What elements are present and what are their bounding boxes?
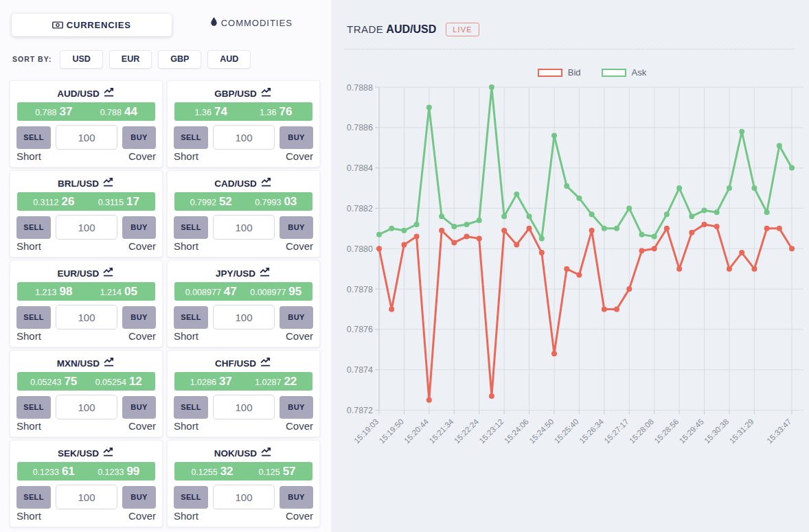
cover-label[interactable]: Cover <box>286 150 313 162</box>
short-label[interactable]: Short <box>16 240 41 252</box>
amount-input[interactable] <box>213 485 275 509</box>
sell-button[interactable]: SELL <box>174 486 208 509</box>
short-label[interactable]: Short <box>16 150 41 162</box>
legend-label: Bid <box>568 67 581 78</box>
buy-button[interactable]: BUY <box>122 486 156 509</box>
pair-title[interactable]: GBP/USD <box>168 86 319 100</box>
sort-button-gbp[interactable]: GBP <box>158 50 201 69</box>
price-chart: 0.78880.78860.78840.78820.78800.78780.78… <box>333 79 809 491</box>
ask-price: 1.21405 <box>100 285 137 299</box>
currency-card: AUD/USD0.788370.78844SELLBUYShortCover <box>10 80 163 167</box>
pair-title[interactable]: MXN/USD <box>10 356 162 370</box>
chart-header: TRADEAUD/USD LIVE <box>347 23 479 36</box>
amount-input[interactable] <box>213 215 275 240</box>
separator <box>345 49 795 49</box>
tab-currencies[interactable]: CURRENCIES <box>12 14 172 36</box>
pair-title[interactable]: EUR/USD <box>10 266 162 280</box>
price-bar: 0.7992520.799303 <box>174 192 312 211</box>
svg-text:15:22:24: 15:22:24 <box>453 417 481 446</box>
droplet-icon <box>210 16 218 29</box>
short-cover-row: ShortCover <box>174 150 313 162</box>
svg-text:15:27:17: 15:27:17 <box>603 417 630 445</box>
sell-button[interactable]: SELL <box>174 306 208 329</box>
pair-label: CAD/USD <box>214 178 257 189</box>
svg-text:15:28:08: 15:28:08 <box>628 417 655 445</box>
amount-input[interactable] <box>213 305 275 329</box>
pair-label: JPY/USD <box>216 268 255 279</box>
cover-label[interactable]: Cover <box>286 510 313 522</box>
buy-button[interactable]: BUY <box>122 216 156 239</box>
buy-button[interactable]: BUY <box>122 396 156 419</box>
buy-button[interactable]: BUY <box>280 486 313 509</box>
buy-button[interactable]: BUY <box>280 126 313 149</box>
pair-title[interactable]: AUD/USD <box>10 86 162 100</box>
amount-input[interactable] <box>56 395 117 419</box>
amount-input[interactable] <box>56 215 117 240</box>
pair-title[interactable]: SEK/USD <box>10 446 162 460</box>
short-label[interactable]: Short <box>16 330 41 342</box>
pair-title[interactable]: JPY/USD <box>168 266 319 280</box>
amount-input[interactable] <box>213 395 275 419</box>
cover-label[interactable]: Cover <box>128 330 156 342</box>
amount-input[interactable] <box>56 305 117 329</box>
pair-title[interactable]: NOK/USD <box>168 446 319 460</box>
sort-button-eur[interactable]: EUR <box>109 50 152 69</box>
pair-title[interactable]: BRL/USD <box>10 176 162 190</box>
legend-item-bid[interactable]: Bid <box>538 67 581 78</box>
sort-buttons: USDEURGBPAUD <box>60 50 257 69</box>
sell-button[interactable]: SELL <box>174 396 208 419</box>
cover-label[interactable]: Cover <box>286 240 313 252</box>
sell-button[interactable]: SELL <box>16 396 51 419</box>
price-bar: 1.36741.3676 <box>174 102 312 121</box>
cover-label[interactable]: Cover <box>286 420 313 432</box>
legend-swatch <box>538 69 562 77</box>
pair-title[interactable]: CHF/USD <box>168 356 319 370</box>
buy-button[interactable]: BUY <box>280 216 313 239</box>
sort-row: SORT BY: USDEURGBPAUD <box>12 49 328 69</box>
ask-price: 1.3676 <box>260 105 292 119</box>
ask-price: 0.00897795 <box>250 285 301 299</box>
sell-button[interactable]: SELL <box>174 216 208 239</box>
sell-button[interactable]: SELL <box>174 126 208 149</box>
short-label[interactable]: Short <box>174 330 198 342</box>
sort-button-aud[interactable]: AUD <box>207 50 251 69</box>
short-cover-row: ShortCover <box>174 240 313 252</box>
chart-line-icon <box>261 447 273 459</box>
cover-label[interactable]: Cover <box>128 510 156 522</box>
cover-label[interactable]: Cover <box>128 150 156 162</box>
buy-button[interactable]: BUY <box>280 306 313 329</box>
svg-text:15:25:40: 15:25:40 <box>553 417 580 445</box>
bid-price: 0.0524375 <box>30 375 77 389</box>
sell-button[interactable]: SELL <box>16 216 51 239</box>
short-label[interactable]: Short <box>16 510 41 522</box>
short-label[interactable]: Short <box>174 510 198 522</box>
legend-item-ask[interactable]: Ask <box>602 67 647 78</box>
cover-label[interactable]: Cover <box>128 420 156 432</box>
trading-app: CURRENCIES COMMODITIES SORT BY: USDEURGB… <box>0 0 809 532</box>
amount-input[interactable] <box>213 125 275 150</box>
amount-input[interactable] <box>56 125 117 150</box>
money-icon <box>52 19 63 32</box>
sort-button-usd[interactable]: USD <box>60 50 102 69</box>
short-label[interactable]: Short <box>174 240 198 252</box>
cover-label[interactable]: Cover <box>286 330 313 342</box>
chart-line-icon <box>104 357 115 369</box>
short-label[interactable]: Short <box>16 420 41 432</box>
sell-button[interactable]: SELL <box>16 306 51 329</box>
short-cover-row: ShortCover <box>16 510 156 522</box>
sell-button[interactable]: SELL <box>16 126 51 149</box>
amount-input[interactable] <box>56 485 117 509</box>
buy-button[interactable]: BUY <box>122 306 156 329</box>
sell-button[interactable]: SELL <box>16 486 51 509</box>
short-label[interactable]: Short <box>174 150 198 162</box>
tab-commodities[interactable]: COMMODITIES <box>172 0 332 45</box>
buy-button[interactable]: BUY <box>122 126 156 149</box>
cover-label[interactable]: Cover <box>128 240 156 252</box>
pair-title[interactable]: CAD/USD <box>168 176 319 190</box>
pair-label: EUR/USD <box>58 268 100 279</box>
trade-row: SELLBUY <box>16 125 156 150</box>
short-label[interactable]: Short <box>174 420 198 432</box>
short-cover-row: ShortCover <box>16 150 156 162</box>
svg-text:15:19:03: 15:19:03 <box>352 417 380 445</box>
buy-button[interactable]: BUY <box>280 396 313 419</box>
